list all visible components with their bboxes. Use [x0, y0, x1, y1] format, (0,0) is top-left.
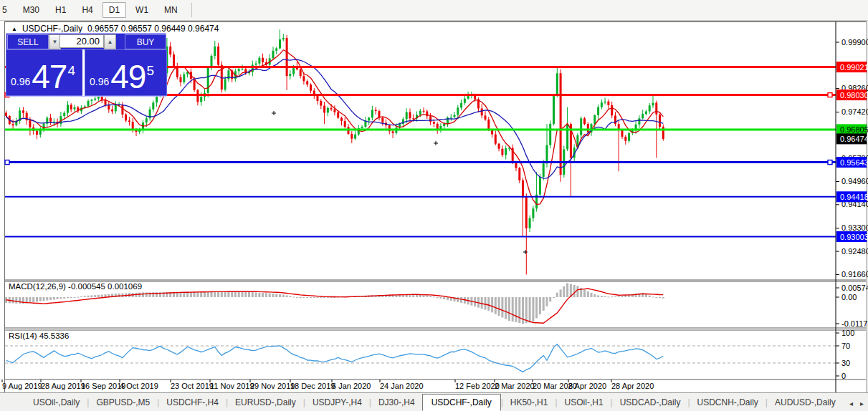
chart-symbol-title: USDCHF-,Daily	[22, 24, 82, 34]
period-button-m30[interactable]: M30	[16, 2, 46, 18]
chart-tab-audusd-daily[interactable]: AUDUSD-,Daily	[768, 395, 843, 410]
sell-price-pip: 4	[67, 66, 75, 76]
chart-tab-usdcnh-daily[interactable]: USDCNH-,Daily	[690, 395, 766, 410]
sell-price-big: 47	[32, 63, 67, 90]
one-click-trade-panel: SELL ▼ 20.00 ▲ BUY 0.96 47 4 0.96 49 5	[6, 33, 166, 97]
buy-button[interactable]: BUY	[125, 34, 166, 49]
chart-tab-usdchf-h4[interactable]: USDCHF-,H4	[159, 395, 226, 410]
chart-title-row: ▲ USDCHF-,Daily 0.96557 0.96557 0.96449 …	[11, 24, 219, 34]
tab-scroll-right-icon[interactable]: ▸	[860, 400, 864, 407]
period-button-mn[interactable]: MN	[158, 2, 184, 18]
sell-button[interactable]: SELL	[7, 34, 49, 49]
sell-price-prefix: 0.96	[11, 76, 30, 87]
period-button-5[interactable]: 5	[0, 2, 14, 18]
chart-tab-usdcad-daily[interactable]: USDCAD-,Daily	[613, 395, 688, 410]
tab-scroll-arrows: ◂▸	[849, 400, 864, 407]
chart-tab-eurusd-daily[interactable]: EURUSD-,Daily	[228, 395, 303, 410]
sell-price-button[interactable]: 0.96 47 4	[6, 49, 84, 96]
buy-price-button[interactable]: 0.96 49 5	[85, 49, 167, 96]
volume-input[interactable]: 20.00	[59, 34, 104, 48]
collapse-chart-icon[interactable]: ▲	[11, 26, 17, 32]
chart-tab-gbpusd-m5[interactable]: GBPUSD-,M5	[89, 395, 157, 410]
trading-terminal: 5M30H1H4D1W1MN 0.999000.982600.974200.95…	[0, 0, 868, 411]
chart-tab-hk50-h1[interactable]: HK50-,H1	[503, 395, 555, 410]
period-button-h1[interactable]: H1	[49, 2, 72, 18]
chart-tab-usoil-h1[interactable]: USOil-,H1	[558, 395, 611, 410]
chart-tab-usoil-daily[interactable]: USOil-,Daily	[26, 395, 87, 410]
chart-tab-bar: USOil-,Daily|GBPUSD-,M5|USDCHF-,H4|EURUS…	[0, 392, 868, 411]
buy-price-big: 49	[110, 63, 146, 90]
chart-tab-usdchf-daily[interactable]: USDCHF-,Daily	[422, 394, 501, 411]
chart-tab-usdjpy-h4[interactable]: USDJPY-,H4	[305, 395, 369, 410]
period-button-d1[interactable]: D1	[102, 2, 126, 18]
buy-price-prefix: 0.96	[90, 76, 109, 87]
tab-scroll-left-icon[interactable]: ◂	[849, 400, 853, 407]
toolbar-separator	[191, 3, 192, 17]
period-button-h4[interactable]: H4	[75, 2, 99, 18]
buy-price-pip: 5	[146, 66, 154, 76]
chart-tab-dj30-h4[interactable]: DJ30-,H4	[371, 395, 422, 410]
period-button-w1[interactable]: W1	[129, 2, 155, 18]
chart-ohlc-values: 0.96557 0.96557 0.96449 0.96474	[87, 24, 219, 34]
volume-increase-icon[interactable]: ▲	[104, 34, 116, 49]
period-toolbar: 5M30H1H4D1W1MN	[0, 0, 868, 21]
